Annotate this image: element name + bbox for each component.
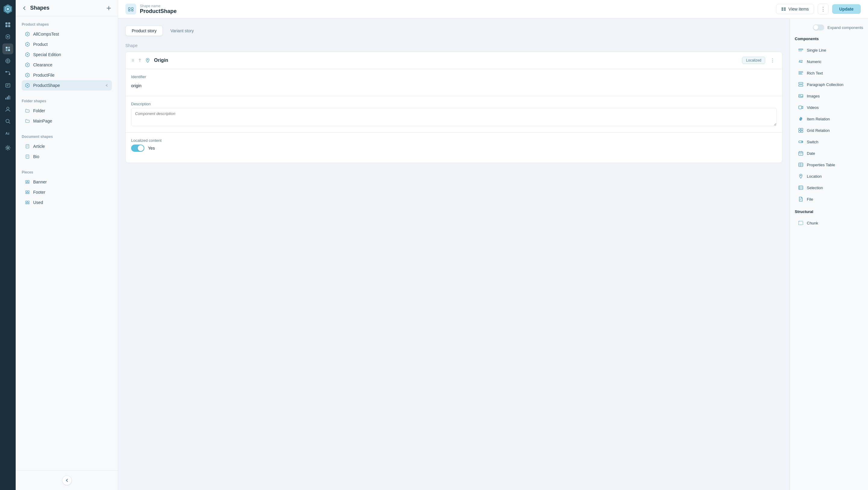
svg-point-64 bbox=[147, 59, 148, 60]
properties-table-icon bbox=[798, 162, 804, 168]
add-shape-button[interactable] bbox=[106, 5, 112, 11]
update-button[interactable]: Update bbox=[832, 4, 861, 14]
component-name: Origin bbox=[154, 58, 739, 63]
nav-content[interactable] bbox=[2, 31, 13, 42]
component-numeric[interactable]: 42 Numeric bbox=[795, 56, 863, 67]
sidebar-item-allcompstest[interactable]: AllCompsTest bbox=[22, 29, 112, 39]
svg-rect-75 bbox=[799, 131, 801, 133]
sidebar-item-productfile[interactable]: ProductFile bbox=[22, 70, 112, 80]
localized-content-toggle[interactable] bbox=[131, 145, 144, 152]
nav-users[interactable] bbox=[2, 104, 13, 115]
svg-rect-14 bbox=[9, 74, 10, 75]
component-switch[interactable]: Switch bbox=[795, 136, 863, 147]
svg-point-21 bbox=[6, 119, 9, 123]
sidebar-item-product[interactable]: Product bbox=[22, 39, 112, 50]
nav-orders[interactable] bbox=[2, 80, 13, 90]
product-shape-icon bbox=[25, 83, 30, 88]
sidebar-item-footer[interactable]: Footer bbox=[22, 187, 112, 197]
component-card-body: Identifier origin Description Localized … bbox=[126, 69, 782, 163]
svg-point-86 bbox=[799, 189, 800, 189]
component-chunk[interactable]: Chunk bbox=[795, 218, 863, 228]
numeric-icon: 42 bbox=[798, 59, 804, 64]
nav-settings[interactable] bbox=[2, 142, 13, 153]
svg-text:42: 42 bbox=[799, 59, 803, 64]
view-items-button[interactable]: View items bbox=[776, 4, 814, 14]
paragraph-collection-icon bbox=[798, 82, 804, 87]
description-label: Description bbox=[131, 102, 777, 106]
nav-az[interactable]: Az bbox=[2, 128, 13, 139]
component-selection[interactable]: Selection bbox=[795, 182, 863, 193]
nav-shapes[interactable] bbox=[2, 44, 13, 54]
product-shapes-title: Product shapes bbox=[22, 22, 112, 27]
center-panel: Product story Variant story Shape bbox=[118, 19, 789, 490]
component-paragraph-collection[interactable]: Paragraph Collection bbox=[795, 79, 863, 90]
svg-point-61 bbox=[133, 59, 134, 60]
sidebar-item-label: Bio bbox=[33, 154, 39, 159]
sidebar-item-label: Footer bbox=[33, 190, 45, 195]
svg-rect-3 bbox=[5, 22, 7, 24]
description-textarea[interactable] bbox=[131, 108, 777, 126]
component-label: Switch bbox=[807, 140, 818, 144]
svg-point-60 bbox=[132, 61, 133, 62]
svg-rect-5 bbox=[5, 25, 7, 27]
sidebar-item-special-edition[interactable]: Special Edition bbox=[22, 50, 112, 60]
folder-shapes-title: Folder shapes bbox=[22, 99, 112, 103]
component-label: File bbox=[807, 197, 813, 202]
svg-text:Az: Az bbox=[5, 132, 10, 135]
component-card-origin: Origin Localized ⋮ Identifier origin Des… bbox=[125, 52, 782, 163]
shape-name-value: ProductShape bbox=[140, 8, 177, 15]
file-icon bbox=[798, 196, 804, 202]
sidebar-item-bio[interactable]: Bio bbox=[22, 151, 112, 162]
app-logo[interactable] bbox=[2, 4, 13, 15]
svg-rect-56 bbox=[781, 9, 783, 10]
component-file[interactable]: File bbox=[795, 194, 863, 205]
nav-dashboard[interactable] bbox=[2, 19, 13, 30]
component-item-relation[interactable]: Item Relation bbox=[795, 113, 863, 124]
tab-product-story[interactable]: Product story bbox=[125, 26, 163, 36]
shape-name-label: Shape name bbox=[140, 4, 177, 8]
component-label: Rich Text bbox=[807, 71, 823, 76]
sidebar-item-article[interactable]: Article bbox=[22, 141, 112, 151]
nav-flows[interactable] bbox=[2, 67, 13, 79]
sidebar-item-used[interactable]: Used bbox=[22, 197, 112, 208]
component-rich-text[interactable]: Rich Text bbox=[795, 67, 863, 79]
update-label: Update bbox=[839, 7, 854, 11]
identifier-label: Identifier bbox=[131, 75, 777, 79]
sidebar-item-banner[interactable]: Banner bbox=[22, 177, 112, 187]
sidebar-item-mainpage[interactable]: MainPage bbox=[22, 116, 112, 126]
collapse-sidebar-button[interactable] bbox=[62, 475, 72, 485]
sidebar-item-productshape[interactable]: ProductShape bbox=[22, 80, 112, 90]
component-grid-relation[interactable]: Grid Relation bbox=[795, 125, 863, 136]
nav-analytics[interactable] bbox=[2, 92, 13, 103]
piece-shape-icon bbox=[25, 179, 30, 185]
component-images[interactable]: Images bbox=[795, 90, 863, 102]
svg-rect-81 bbox=[799, 163, 803, 167]
tab-variant-story[interactable]: Variant story bbox=[164, 26, 200, 36]
sidebar-item-folder[interactable]: Folder bbox=[22, 106, 112, 116]
svg-rect-9 bbox=[8, 47, 10, 49]
sidebar-header: Shapes bbox=[16, 0, 118, 16]
component-location[interactable]: Location bbox=[795, 171, 863, 182]
component-videos[interactable]: Videos bbox=[795, 102, 863, 113]
back-button[interactable] bbox=[22, 5, 27, 11]
component-single-line[interactable]: Single Line bbox=[795, 45, 863, 56]
sidebar-item-clearance[interactable]: Clearance bbox=[22, 60, 112, 70]
component-date[interactable]: Date bbox=[795, 148, 863, 159]
product-shape-icon bbox=[25, 41, 30, 47]
component-label: Item Relation bbox=[807, 117, 830, 121]
right-panel: Expand components Components Single Line… bbox=[789, 19, 868, 490]
nav-search[interactable] bbox=[2, 116, 13, 127]
document-shape-icon bbox=[25, 144, 30, 149]
svg-rect-69 bbox=[799, 85, 803, 86]
component-label: Grid Relation bbox=[807, 128, 830, 133]
component-menu-button[interactable]: ⋮ bbox=[768, 56, 777, 64]
rich-text-icon bbox=[798, 70, 804, 76]
sort-up-icon[interactable] bbox=[138, 59, 141, 62]
expand-components-toggle[interactable] bbox=[813, 24, 824, 30]
component-properties-table[interactable]: Properties Table bbox=[795, 159, 863, 170]
nav-catalogue[interactable] bbox=[2, 56, 13, 66]
drag-handle-icon[interactable] bbox=[131, 58, 135, 62]
collapse-arrow-icon bbox=[104, 83, 109, 87]
more-options-button[interactable]: ⋮ bbox=[818, 4, 829, 15]
sidebar: Shapes Product shapes AllCompsTest bbox=[16, 0, 118, 490]
